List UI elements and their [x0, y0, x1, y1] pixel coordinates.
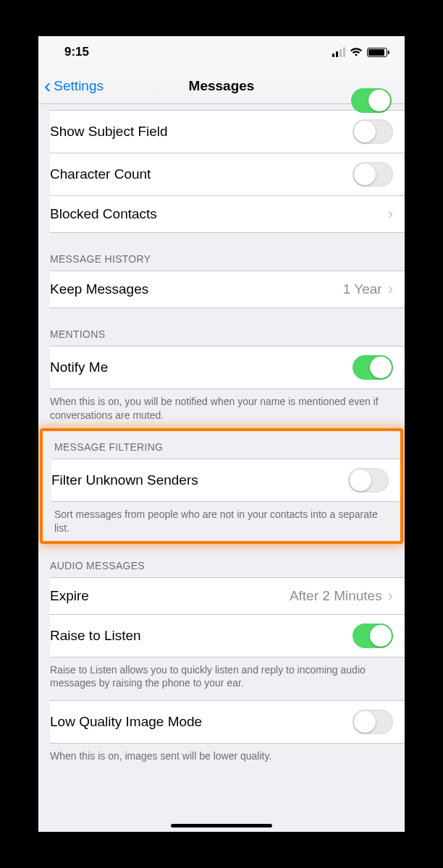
row-value: After 2 Minutes: [290, 588, 382, 604]
highlight-box: MESSAGE FILTERING Filter Unknown Senders…: [40, 428, 403, 544]
row-value: 1 Year: [343, 281, 382, 297]
row-raise-to-listen[interactable]: Raise to Listen: [50, 615, 405, 658]
row-show-subject-field[interactable]: Show Subject Field: [50, 111, 405, 153]
back-label: Settings: [54, 78, 104, 94]
section-header-filtering: MESSAGE FILTERING: [43, 431, 400, 459]
row-label: Low Quality Image Mode: [50, 714, 202, 730]
section-footer-mentions: When this is on, you will be notified wh…: [38, 389, 405, 428]
battery-icon: [367, 48, 387, 57]
back-button[interactable]: ‹ Settings: [38, 78, 104, 94]
row-label: Raise to Listen: [50, 628, 141, 644]
toggle-raise-to-listen[interactable]: [353, 624, 393, 648]
section-header-audio: AUDIO MESSAGES: [38, 544, 405, 577]
settings-block-lowq: Low Quality Image Mode: [50, 700, 405, 744]
section-header-mentions: MENTIONS: [38, 308, 405, 346]
nav-bar: ‹ Settings Messages: [38, 68, 405, 104]
home-indicator[interactable]: [171, 824, 272, 827]
row-blocked-contacts[interactable]: Blocked Contacts ›: [50, 196, 405, 233]
settings-messages-screen: 9:15 ‹ Settings Messages Show Subject Fi…: [38, 36, 405, 832]
status-bar: 9:15: [38, 36, 405, 68]
row-character-count[interactable]: Character Count: [50, 153, 405, 196]
partial-previous-toggle: [38, 104, 405, 110]
toggle-show-subject[interactable]: [353, 119, 393, 144]
toggle-low-quality[interactable]: [353, 710, 393, 734]
section-footer-filtering: Sort messages from people who are not in…: [43, 502, 400, 541]
row-keep-messages[interactable]: Keep Messages 1 Year ›: [50, 271, 405, 308]
settings-block-mentions: Notify Me: [50, 346, 405, 389]
row-label: Expire: [50, 588, 89, 604]
settings-block-filtering: Filter Unknown Senders: [51, 459, 400, 502]
settings-block-audio: Expire After 2 Minutes › Raise to Listen: [50, 577, 405, 658]
section-footer-lowq: When this is on, images sent will be low…: [38, 744, 405, 769]
toggle-character-count[interactable]: [353, 162, 393, 187]
settings-block-history: Keep Messages 1 Year ›: [50, 271, 405, 308]
row-label: Keep Messages: [50, 281, 148, 297]
section-header-history: MESSAGE HISTORY: [38, 233, 405, 271]
row-notify-me[interactable]: Notify Me: [50, 346, 405, 389]
row-low-quality-image[interactable]: Low Quality Image Mode: [50, 701, 405, 744]
toggle-notify-me[interactable]: [353, 355, 393, 380]
row-label: Character Count: [50, 166, 151, 182]
row-label: Notify Me: [50, 359, 108, 375]
row-filter-unknown-senders[interactable]: Filter Unknown Senders: [51, 459, 400, 502]
toggle-filter-unknown[interactable]: [348, 468, 389, 493]
chevron-right-icon: ›: [388, 280, 393, 299]
chevron-right-icon: ›: [388, 205, 393, 224]
section-footer-audio: Raise to Listen allows you to quickly li…: [38, 658, 405, 697]
row-expire[interactable]: Expire After 2 Minutes ›: [50, 578, 405, 615]
clock: 9:15: [64, 45, 89, 59]
row-label: Blocked Contacts: [50, 206, 157, 222]
chevron-right-icon: ›: [388, 587, 393, 605]
cell-signal-icon: [332, 47, 345, 57]
wifi-icon: [350, 47, 363, 57]
settings-block-general: Show Subject Field Character Count Block…: [50, 110, 405, 233]
row-label: Show Subject Field: [50, 124, 168, 140]
row-label: Filter Unknown Senders: [51, 472, 198, 488]
status-icons: [332, 47, 387, 57]
